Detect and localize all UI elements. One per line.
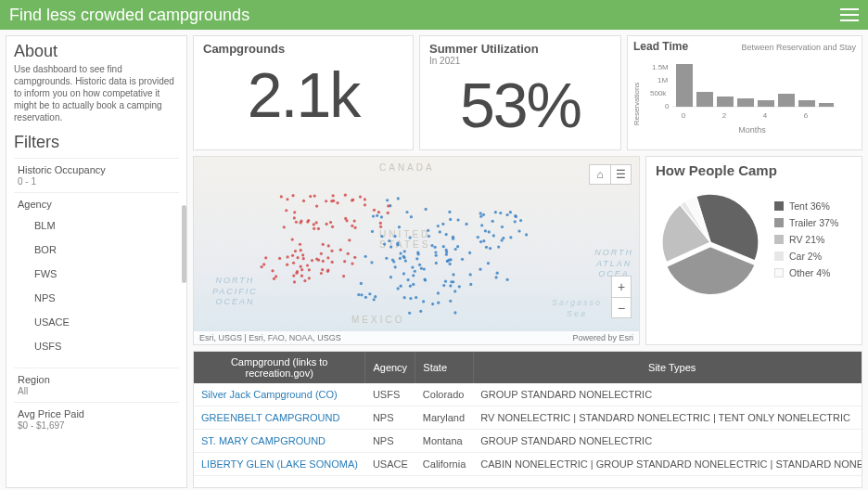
table-row[interactable]: ST. MARY CAMPGROUND NPS Montana GROUP ST… (194, 430, 862, 453)
cell-agency: NPS (365, 406, 415, 430)
filter-occupancy[interactable]: Historic Occupancy 0 - 1 (14, 158, 179, 192)
svg-point-132 (454, 248, 457, 251)
cell-types: GROUP STANDARD NONELECTRIC (473, 430, 862, 453)
svg-point-189 (420, 267, 423, 270)
svg-point-124 (399, 257, 402, 260)
agency-item-usfs[interactable]: USFS (34, 334, 175, 358)
agency-item-bor[interactable]: BOR (34, 238, 175, 262)
svg-point-197 (417, 252, 420, 255)
zoom-in-icon[interactable]: + (612, 277, 631, 297)
svg-point-141 (479, 240, 482, 243)
filter-price[interactable]: Avg Price Paid $0 - $1,697 (14, 402, 179, 436)
filter-region[interactable]: Region All (14, 368, 179, 402)
svg-point-30 (293, 211, 296, 213)
svg-point-241 (453, 311, 456, 314)
svg-point-192 (392, 260, 395, 263)
svg-point-237 (364, 203, 366, 206)
svg-point-95 (376, 214, 378, 217)
map-points (194, 157, 639, 344)
svg-point-205 (499, 212, 502, 214)
svg-point-161 (468, 251, 471, 254)
svg-text:4: 4 (763, 111, 768, 120)
svg-text:0: 0 (682, 111, 686, 120)
svg-point-210 (519, 219, 522, 222)
svg-point-175 (389, 276, 392, 278)
svg-point-230 (332, 200, 335, 202)
svg-point-249 (449, 300, 452, 303)
table-row[interactable]: LIBERTY GLEN (LAKE SONOMA) USACE Califor… (194, 453, 862, 476)
zoom-out-icon[interactable]: − (612, 297, 631, 317)
svg-point-220 (387, 212, 389, 214)
table-row[interactable]: GREENBELT CAMPGROUND NPS Maryland RV NON… (194, 406, 862, 430)
svg-point-171 (373, 298, 376, 301)
svg-point-32 (306, 220, 309, 223)
col-agency[interactable]: Agency (365, 352, 415, 383)
svg-point-239 (458, 285, 461, 288)
svg-point-105 (386, 199, 389, 201)
svg-point-244 (412, 283, 415, 286)
svg-point-145 (435, 254, 438, 257)
svg-point-236 (379, 226, 382, 228)
agency-item-fws[interactable]: FWS (34, 262, 175, 286)
svg-point-122 (404, 259, 407, 262)
col-campground[interactable]: Campground (links to recreation.gov) (194, 352, 365, 383)
campgrounds-title: Campgrounds (203, 42, 403, 56)
sidebar-scrollbar[interactable] (182, 205, 186, 283)
agency-item-usace[interactable]: USACE (34, 310, 175, 334)
svg-text:500k: 500k (650, 89, 667, 97)
svg-point-113 (403, 250, 406, 252)
filter-agency-label: Agency (18, 199, 175, 210)
howcamp-card: How People Camp Tent 36% Trailer 37% RV … (645, 156, 862, 345)
map-attrib-right: Powered by Esri (572, 333, 633, 342)
svg-point-88 (293, 280, 296, 283)
legend-icon[interactable]: ☰ (610, 165, 631, 184)
cell-name[interactable]: ST. MARY CAMPGROUND (194, 430, 365, 453)
svg-point-27 (286, 198, 288, 200)
col-sitetypes[interactable]: Site Types (473, 352, 862, 383)
home-icon[interactable]: ⌂ (590, 165, 610, 184)
svg-point-157 (509, 236, 512, 239)
table-row[interactable]: Silver Jack Campground (CO) USFS Colorad… (194, 383, 862, 406)
about-heading: About (14, 42, 179, 61)
menu-icon[interactable] (840, 8, 859, 21)
svg-point-29 (285, 209, 287, 212)
cell-name[interactable]: Silver Jack Campground (CO) (194, 383, 365, 406)
svg-point-217 (502, 237, 504, 239)
map-card[interactable]: CANADA UNITED STATES MEXICO NORTH PACIFI… (193, 156, 640, 345)
svg-point-41 (293, 216, 296, 219)
legend-car: Car 2% (774, 251, 838, 262)
svg-point-176 (402, 255, 405, 258)
svg-point-202 (482, 239, 485, 242)
agency-item-blm[interactable]: BLM (34, 213, 175, 238)
svg-point-211 (509, 211, 512, 213)
cell-name[interactable] (194, 476, 365, 489)
svg-point-43 (299, 221, 301, 224)
svg-point-81 (264, 256, 267, 259)
cell-name[interactable]: LIBERTY GLEN (LAKE SONOMA) (194, 453, 365, 476)
svg-point-148 (434, 246, 437, 249)
svg-point-155 (452, 236, 454, 239)
svg-point-130 (465, 223, 467, 226)
cell-types: GROUP STANDARD NONELECTRIC (473, 383, 862, 406)
svg-point-35 (302, 200, 305, 202)
col-state[interactable]: State (415, 352, 473, 383)
svg-point-188 (418, 264, 421, 266)
svg-point-99 (405, 211, 408, 213)
svg-point-36 (325, 200, 327, 202)
svg-point-134 (452, 273, 454, 276)
svg-point-242 (437, 302, 440, 304)
table-row[interactable] (194, 476, 862, 489)
svg-point-23 (315, 221, 318, 224)
svg-point-207 (482, 213, 485, 216)
svg-point-231 (345, 219, 348, 222)
agency-item-nps[interactable]: NPS (34, 286, 175, 310)
svg-point-152 (442, 245, 445, 248)
svg-point-140 (442, 284, 445, 287)
svg-point-60 (296, 256, 299, 259)
svg-point-97 (410, 215, 413, 218)
svg-point-40 (313, 227, 315, 230)
svg-point-228 (373, 209, 376, 212)
cell-name[interactable]: GREENBELT CAMPGROUND (194, 406, 365, 430)
filter-region-value: All (18, 386, 175, 396)
svg-point-75 (301, 253, 304, 256)
